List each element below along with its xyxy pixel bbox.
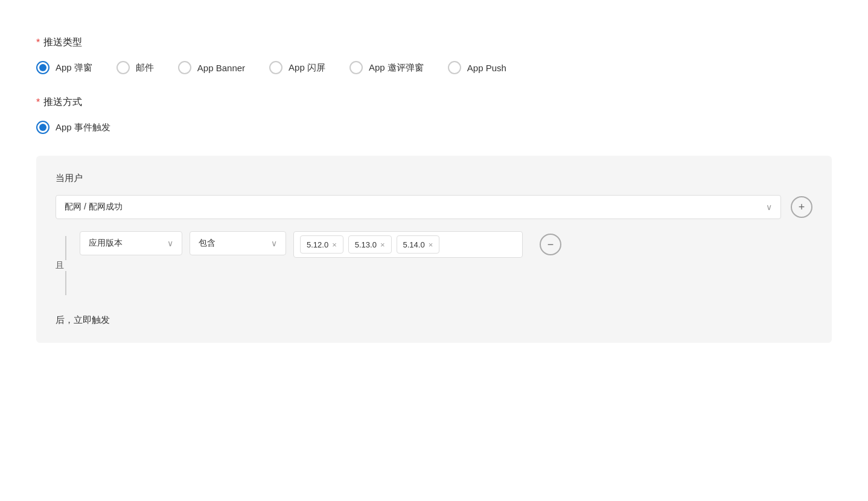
radio-item-email[interactable]: 邮件 bbox=[116, 61, 154, 74]
push-method-section: * 推送方式 App 事件触发 bbox=[36, 96, 832, 134]
add-condition-button[interactable]: + bbox=[791, 196, 812, 218]
condition-dropdown-value: 包含 bbox=[199, 238, 215, 249]
remove-filter-button[interactable]: − bbox=[540, 234, 561, 255]
push-type-title: 推送类型 bbox=[43, 36, 82, 49]
radio-label-app-event: App 事件触发 bbox=[56, 122, 110, 133]
radio-item-app-review[interactable]: App 邀评弹窗 bbox=[349, 61, 424, 74]
radio-circle-app-review[interactable] bbox=[349, 61, 363, 74]
tags-container: 5.12.0 × 5.13.0 × 5.14.0 × bbox=[293, 231, 523, 258]
radio-label-app-push: App Push bbox=[467, 63, 506, 73]
event-dropdown-row: 配网 / 配网成功 ∨ + bbox=[56, 195, 812, 219]
condition-chevron-icon: ∨ bbox=[271, 238, 277, 248]
tag-3-close-icon[interactable]: × bbox=[429, 241, 433, 249]
push-method-title: 推送方式 bbox=[43, 96, 82, 109]
tag-1: 5.12.0 × bbox=[300, 235, 343, 254]
field-dropdown-value: 应用版本 bbox=[89, 238, 123, 249]
radio-circle-app-popup[interactable] bbox=[36, 61, 49, 74]
push-type-label: * 推送类型 bbox=[36, 36, 832, 49]
radio-item-app-push[interactable]: App Push bbox=[448, 61, 506, 74]
tag-2: 5.13.0 × bbox=[348, 235, 392, 254]
tag-3-value: 5.14.0 bbox=[403, 240, 425, 249]
tag-3: 5.14.0 × bbox=[397, 235, 440, 254]
field-chevron-icon: ∨ bbox=[167, 238, 173, 248]
chevron-down-icon: ∨ bbox=[766, 202, 772, 212]
radio-circle-app-flash[interactable] bbox=[269, 61, 282, 74]
push-method-label: * 推送方式 bbox=[36, 96, 832, 109]
radio-item-app-flash[interactable]: App 闪屏 bbox=[269, 61, 325, 74]
push-type-section: * 推送类型 App 弹窗 邮件 App Banner App 闪屏 bbox=[36, 36, 832, 74]
radio-circle-app-event[interactable] bbox=[36, 121, 49, 134]
event-dropdown-value: 配网 / 配网成功 bbox=[65, 202, 123, 212]
tag-2-value: 5.13.0 bbox=[355, 240, 377, 249]
radio-circle-app-banner[interactable] bbox=[178, 61, 191, 74]
condition-dropdown[interactable]: 包含 ∨ bbox=[190, 231, 286, 255]
radio-circle-app-push[interactable] bbox=[448, 61, 461, 74]
radio-label-app-banner: App Banner bbox=[197, 63, 245, 73]
minus-icon: − bbox=[547, 238, 554, 251]
tag-1-value: 5.12.0 bbox=[307, 240, 328, 249]
radio-label-app-flash: App 闪屏 bbox=[289, 62, 325, 74]
trigger-box: 当用户 配网 / 配网成功 ∨ + 且 应用版本 ∨ bbox=[36, 156, 832, 343]
push-type-radio-group: App 弹窗 邮件 App Banner App 闪屏 App 邀评弹窗 App bbox=[36, 61, 832, 74]
event-dropdown[interactable]: 配网 / 配网成功 ∨ bbox=[56, 195, 781, 219]
radio-item-app-banner[interactable]: App Banner bbox=[178, 61, 245, 74]
radio-label-app-popup: App 弹窗 bbox=[56, 62, 92, 74]
when-user-label: 当用户 bbox=[56, 173, 812, 184]
radio-item-app-popup[interactable]: App 弹窗 bbox=[36, 61, 92, 74]
required-star-method: * bbox=[36, 97, 40, 108]
radio-item-app-event[interactable]: App 事件触发 bbox=[36, 121, 110, 134]
plus-icon: + bbox=[799, 201, 805, 214]
required-star-type: * bbox=[36, 37, 40, 48]
and-label: 且 bbox=[56, 260, 70, 271]
radio-label-email: 邮件 bbox=[136, 62, 154, 74]
filter-row: 应用版本 ∨ 包含 ∨ 5.12.0 × 5.13.0 × bbox=[80, 231, 812, 258]
radio-circle-email[interactable] bbox=[116, 61, 130, 74]
tag-1-close-icon[interactable]: × bbox=[332, 241, 337, 249]
tag-2-close-icon[interactable]: × bbox=[380, 241, 385, 249]
filter-section: 且 应用版本 ∨ 包含 ∨ 5.12.0 × bbox=[56, 231, 812, 295]
push-method-radio-group: App 事件触发 bbox=[36, 121, 832, 134]
radio-label-app-review: App 邀评弹窗 bbox=[369, 62, 424, 74]
trigger-suffix: 后，立即触发 bbox=[56, 314, 812, 326]
field-dropdown[interactable]: 应用版本 ∨ bbox=[80, 231, 182, 255]
